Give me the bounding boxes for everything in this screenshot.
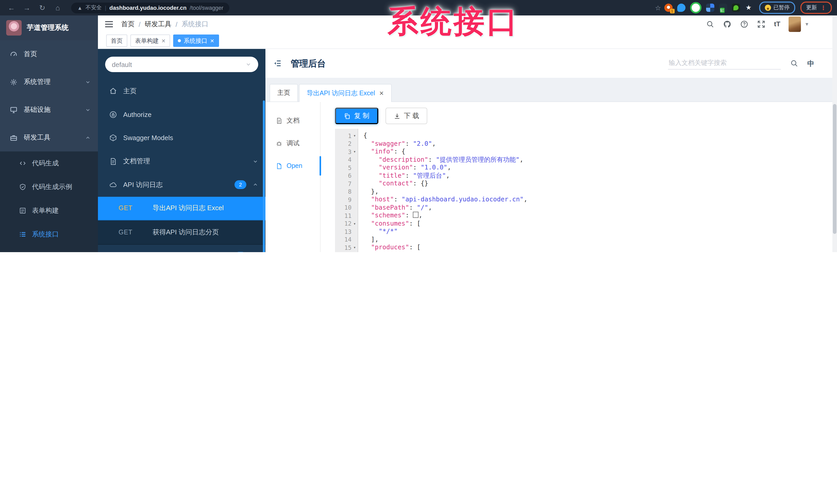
doc-tabs: 主页导出API 访问日志 Excel✕ (265, 78, 837, 102)
panel-scrollbar-thumb[interactable] (263, 100, 265, 252)
sidebar-subitem[interactable]: 代码生成示例 (0, 175, 98, 199)
sidebar-subitem[interactable]: 系统接口 (0, 223, 98, 246)
browser-menu-icon[interactable]: ⋮ (820, 4, 826, 11)
doc-tab[interactable]: 主页 (270, 84, 298, 101)
api-endpoint-item[interactable]: GET获得API 访问日志分页 (98, 221, 265, 244)
back-icon[interactable]: ← (5, 4, 18, 12)
copy-button[interactable]: 复 制 (335, 108, 378, 124)
update-pill[interactable]: 更新 ⋮ (800, 2, 832, 14)
active-dot (178, 39, 181, 42)
annotation-watermark: 系统接口 (388, 1, 519, 43)
code-line: "*/*" (363, 228, 837, 236)
code-line: "contact": {} (363, 180, 837, 188)
breadcrumb-item[interactable]: 研发工具 (145, 20, 171, 29)
download-icon (393, 113, 400, 119)
view-tag[interactable]: 系统接口✕ (174, 35, 219, 47)
sidebar-subitem[interactable]: 数据库文档 (0, 246, 98, 252)
help-icon[interactable] (740, 20, 748, 28)
swagger-menu-item[interactable]: Swagger Models (98, 126, 265, 150)
line-number: 13 (335, 228, 358, 236)
swagger-panel: default 主页AuthorizeSwagger Models文档管理API… (98, 49, 265, 252)
code-editor[interactable]: 1▾23▾456789101112▾131415▾161718▾19▾20▾21… (335, 129, 837, 252)
language-icon[interactable]: 中 (807, 59, 814, 68)
breadcrumb-item[interactable]: 首页 (121, 20, 135, 29)
bookmark-star-icon[interactable]: ☆ (655, 4, 661, 12)
doc-tab[interactable]: 导出API 访问日志 Excel✕ (299, 84, 392, 102)
address-bar[interactable]: ▲ 不安全 | dashboard.yudao.iocoder.cn/tool/… (71, 2, 230, 13)
code-line: }, (363, 188, 837, 196)
sidebar: 芋道管理系统 首页系统管理基础设施研发工具代码生成代码生成示例表单构建系统接口数… (0, 16, 98, 252)
home-icon (109, 87, 117, 95)
close-icon[interactable]: ✕ (210, 38, 214, 43)
extension-icon[interactable] (732, 4, 740, 12)
page-scrollbar[interactable] (832, 16, 837, 252)
hamburger-icon[interactable] (105, 21, 113, 27)
close-icon[interactable]: ✕ (379, 90, 384, 97)
forward-icon[interactable]: → (21, 4, 33, 12)
reload-icon[interactable]: ↻ (36, 4, 49, 12)
chevdown-icon (85, 79, 91, 85)
doc-search-icon[interactable] (790, 59, 798, 68)
view-tag[interactable]: 表单构建✕ (130, 35, 170, 47)
sidebar-submenu: 代码生成代码生成示例表单构建系统接口数据库文档 (0, 151, 98, 252)
doc-title: 管理后台 (291, 57, 326, 69)
doc-side-tab[interactable]: Open (265, 154, 320, 177)
extension-icon[interactable]: 缸 (719, 4, 727, 12)
code-lines: { "swagger": "2.0", "info": { "descripti… (358, 129, 837, 252)
close-icon[interactable]: ✕ (161, 38, 166, 43)
view-tag[interactable]: 首页 (106, 35, 127, 47)
sidebar-subitem[interactable]: 代码生成 (0, 151, 98, 175)
fullscreen-icon[interactable] (757, 20, 765, 28)
extension-icon[interactable]: ★ (745, 4, 753, 12)
user-caret-icon[interactable]: ▼ (804, 22, 809, 27)
api-endpoint-item[interactable]: GET导出API 访问日志 Excel (98, 197, 265, 221)
group-select[interactable]: default (105, 57, 258, 72)
sidebar-logo[interactable]: 芋道管理系统 (0, 16, 98, 40)
user-avatar[interactable] (788, 17, 801, 32)
app-title: 芋道管理系统 (27, 23, 69, 33)
doc-side-tabs: 文档调试Open (265, 102, 321, 252)
code-line: "version": "1.0.0", (363, 164, 837, 172)
swagger-menu-item[interactable]: Authorize (98, 103, 265, 126)
paused-pill[interactable]: 已暂停 (759, 2, 795, 14)
swagger-menu-item[interactable]: 主页 (98, 79, 265, 103)
count-badge: 2 (234, 181, 246, 189)
home-icon[interactable]: ⌂ (52, 4, 64, 12)
api-group-item[interactable]: API 错误日志3 (98, 244, 265, 252)
url-host: dashboard.yudao.iocoder.cn (109, 5, 187, 11)
sidebar-item[interactable]: 基础设施 (0, 96, 98, 124)
download-button[interactable]: 下 载 (385, 108, 427, 124)
tools-icon (10, 134, 18, 142)
doc-search-input[interactable]: 输入文档关键字搜索 (668, 57, 781, 70)
list-icon (19, 231, 26, 238)
extension-icon[interactable] (706, 4, 714, 12)
github-icon[interactable] (723, 20, 731, 28)
font-size-icon[interactable]: tT (774, 20, 781, 28)
count-badge: 3 (234, 252, 246, 253)
extension-icon[interactable] (690, 2, 701, 13)
sidebar-subitem[interactable]: 表单构建 (0, 199, 98, 223)
line-number: 10 (335, 204, 358, 212)
code-line: "*/*" (363, 251, 837, 252)
lock-icon (109, 111, 117, 118)
doc-side-tab[interactable]: 调试 (265, 132, 320, 154)
doc-side-tab[interactable]: 文档 (265, 109, 320, 132)
extension-icon[interactable] (677, 4, 685, 12)
code-line: "schemes": , (363, 212, 837, 220)
page-scrollbar-thumb[interactable] (833, 104, 836, 234)
sidebar-item[interactable]: 系统管理 (0, 68, 98, 96)
chevup-icon (85, 135, 91, 141)
collapse-menu-icon[interactable] (273, 59, 282, 68)
logo-avatar (6, 20, 22, 36)
screen: ← → ↻ ⌂ ▲ 不安全 | dashboard.yudao.iocoder.… (0, 0, 837, 252)
search-icon[interactable] (706, 20, 714, 28)
line-number: 15▾ (335, 244, 358, 251)
active-tab-indicator (320, 156, 321, 176)
extension-icon[interactable]: 1 (664, 4, 672, 12)
sidebar-item[interactable]: 研发工具 (0, 124, 98, 151)
sidebar-item[interactable]: 首页 (0, 40, 98, 68)
api-group-item[interactable]: 文档管理 (98, 150, 265, 173)
cloud-icon (109, 181, 117, 189)
api-group-item[interactable]: API 访问日志2 (98, 173, 265, 197)
bug-icon (276, 140, 282, 147)
